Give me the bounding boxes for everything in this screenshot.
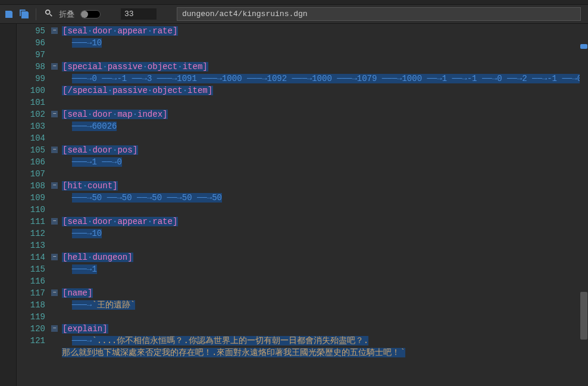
line-number: 108 (17, 180, 45, 192)
fold-spacer (51, 192, 62, 204)
code-line[interactable]: ───→10 (62, 37, 588, 49)
line-number: 99 (17, 73, 45, 85)
code-editor[interactable]: 9596979899100101102103104105106107108109… (17, 24, 588, 386)
line-number: 106 (17, 156, 45, 168)
fold-spacer (51, 204, 62, 216)
vertical-scrollbar[interactable] (580, 24, 588, 386)
fold-spacer (51, 132, 62, 144)
line-number: 97 (17, 49, 45, 61)
fold-marker[interactable]: − (51, 111, 58, 117)
code-line[interactable]: ───→`王的遺跡` (62, 299, 588, 311)
line-number: 109 (17, 192, 45, 204)
line-number: 110 (17, 204, 45, 216)
fold-spacer (51, 263, 62, 275)
fold-marker[interactable]: − (51, 254, 58, 260)
save-all-icon[interactable] (18, 8, 31, 21)
line-number: 118 (17, 299, 45, 311)
code-line[interactable] (62, 311, 588, 323)
line-number: 119 (17, 311, 45, 323)
fold-marker[interactable]: − (51, 218, 58, 225)
left-panel-gutter (0, 24, 17, 386)
fold-spacer (51, 156, 62, 168)
toolbar: 折叠 (0, 5, 588, 24)
code-line[interactable] (62, 168, 588, 180)
line-number: 113 (17, 239, 45, 251)
fold-toggle[interactable] (80, 10, 101, 18)
goto-line-input[interactable] (121, 8, 157, 20)
code-line[interactable]: ───→`....你不相信永恒嗎？.你認為世界上的一切有朝一日都會消失殆盡吧？. (62, 335, 588, 347)
fold-marker[interactable]: − (51, 63, 58, 70)
fold-spacer (51, 85, 62, 96)
line-number: 107 (17, 168, 45, 180)
line-number: 112 (17, 228, 45, 239)
line-number: 104 (17, 132, 45, 144)
svg-line-1 (50, 14, 52, 16)
code-line[interactable]: ───→0 ──→-1 ──→3 ───→1091 ───→1000 ───→1… (62, 73, 588, 85)
line-number: 111 (17, 216, 45, 228)
line-number: 117 (17, 287, 45, 299)
code-line[interactable] (62, 49, 588, 61)
code-line[interactable]: [seal·door·map·index] (62, 108, 588, 120)
scroll-thumb[interactable] (580, 292, 587, 340)
code-line[interactable]: [explain] (62, 323, 588, 335)
tab-strip (0, 0, 588, 5)
code-line[interactable]: [seal·door·appear·rate] (62, 216, 588, 228)
line-number: 121 (17, 335, 45, 347)
code-line[interactable] (62, 96, 588, 108)
fold-spacer (51, 239, 62, 251)
line-number: 105 (17, 144, 45, 156)
code-line[interactable]: 那么就到地下城深處來否定我的存在吧！.來面對永遠烙印著我王國光榮歷史的五位騎士吧… (62, 347, 588, 359)
code-area[interactable]: [seal·door·appear·rate] ───→10[special·p… (62, 24, 588, 386)
fold-marker[interactable]: − (51, 325, 58, 332)
code-line[interactable]: ───→10 (62, 228, 588, 239)
search-icon[interactable] (45, 9, 53, 20)
save-icon[interactable] (2, 8, 15, 21)
fold-marker[interactable]: − (51, 27, 58, 34)
line-number: 120 (17, 323, 45, 335)
line-number: 115 (17, 263, 45, 275)
code-line[interactable]: ───→1 ──→0 (62, 156, 588, 168)
code-line[interactable]: [hit·count] (62, 180, 588, 192)
code-line[interactable]: [name] (62, 287, 588, 299)
fold-spacer (51, 168, 62, 180)
fold-spacer (51, 96, 62, 108)
fold-gutter: −−−−−−−−− (51, 24, 62, 386)
code-line[interactable] (62, 204, 588, 216)
fold-spacer (51, 299, 62, 311)
code-line[interactable]: [seal·door·appear·rate] (62, 25, 588, 37)
fold-spacer (51, 228, 62, 239)
svg-point-0 (46, 10, 50, 14)
code-line[interactable] (62, 239, 588, 251)
editor-main: 9596979899100101102103104105106107108109… (0, 24, 588, 386)
fold-spacer (51, 311, 62, 323)
line-number: 114 (17, 251, 45, 263)
line-number: 98 (17, 61, 45, 73)
fold-marker[interactable]: − (51, 290, 58, 296)
fold-spacer (51, 37, 62, 49)
code-line[interactable]: ───→60026 (62, 120, 588, 132)
line-number-gutter: 9596979899100101102103104105106107108109… (17, 24, 51, 386)
fold-marker[interactable]: − (51, 147, 58, 153)
code-line[interactable]: [seal·door·pos] (62, 144, 588, 156)
fold-marker[interactable]: − (51, 182, 58, 189)
code-line[interactable]: ───→1 (62, 263, 588, 275)
fold-spacer (51, 73, 62, 85)
line-number: 103 (17, 120, 45, 132)
code-line[interactable]: [special·passive·object·item] (62, 61, 588, 73)
line-number: 101 (17, 96, 45, 108)
fold-spacer (51, 120, 62, 132)
code-line[interactable] (62, 275, 588, 287)
separator (36, 8, 36, 20)
line-number: 116 (17, 275, 45, 287)
code-line[interactable]: [/special·passive·object·item] (62, 85, 588, 96)
code-line[interactable]: ───→50 ──→50 ──→50 ──→50 ──→50 (62, 192, 588, 204)
fold-label: 折叠 (59, 9, 74, 20)
fold-spacer (51, 335, 62, 347)
code-line[interactable]: [hell·dungeon] (62, 251, 588, 263)
line-number: 96 (17, 37, 45, 49)
fold-spacer (51, 275, 62, 287)
line-number: 102 (17, 108, 45, 120)
line-number: 95 (17, 25, 45, 37)
code-line[interactable] (62, 132, 588, 144)
file-path-input[interactable] (177, 7, 581, 21)
